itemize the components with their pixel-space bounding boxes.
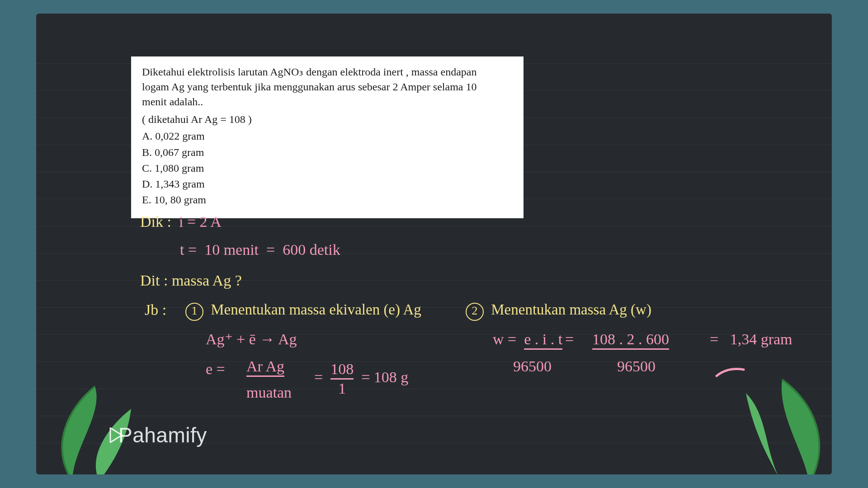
option-d: D. 1,343 gram	[142, 177, 513, 192]
question-given: ( diketahui Ar Ag = 108 )	[142, 112, 513, 127]
dik-line: Dik : i = 2 A	[140, 212, 222, 232]
w-den1: 96500	[513, 357, 552, 376]
step2-text: Menentukan massa Ag (w)	[491, 301, 651, 318]
scribble-mark	[714, 366, 746, 379]
t-label: t =	[180, 241, 197, 258]
decor-leaf-right	[737, 375, 832, 474]
step1: 1 Menentukan massa ekivalen (e) Ag	[185, 300, 421, 321]
w-label: w =	[493, 331, 516, 347]
step1-text: Menentukan massa ekivalen (e) Ag	[211, 301, 421, 318]
e-val-top: 108	[330, 361, 354, 380]
e-fraction: Ar Ag	[246, 357, 284, 376]
step1-num: 1	[185, 303, 203, 321]
e-frac-bot: muatan	[246, 383, 292, 403]
question-card: Diketahui elektrolisis larutan AgNO₃ den…	[131, 56, 524, 218]
brand-name: Pahamify	[118, 423, 207, 447]
option-c: C. 1,080 gram	[142, 161, 513, 176]
w-result-line: = 1,34 gram	[710, 330, 793, 349]
ag-reaction: Ag⁺ + ē → Ag	[206, 330, 297, 349]
w-result: 1,34 gram	[730, 331, 793, 347]
question-options: A. 0,022 gram B. 0,067 gram C. 1,080 gra…	[142, 129, 513, 207]
e-label: e =	[206, 360, 225, 379]
w-eq2: =	[710, 331, 718, 347]
step2-num: 2	[466, 303, 484, 321]
e-value: = 108 1 = 108 g	[314, 360, 408, 398]
e-frac-top: Ar Ag	[246, 358, 284, 377]
t-sec: 600 detik	[283, 241, 340, 258]
option-a: A. 0,022 gram	[142, 129, 513, 144]
w-eq1: =	[565, 330, 574, 349]
option-e: E. 10, 80 gram	[142, 192, 513, 207]
step2: 2 Menentukan massa Ag (w)	[466, 300, 651, 321]
i-expr: i = 2 A	[179, 213, 222, 230]
e-val-bot: 1	[338, 380, 346, 397]
jb-label: Jb :	[145, 300, 166, 320]
w-formula: e . i . t	[524, 331, 562, 350]
e-eq2: = 108 g	[361, 369, 408, 385]
dik-label: Dik :	[140, 213, 171, 230]
t-line: t = 10 menit = 600 detik	[180, 240, 340, 260]
w-formula-line: w = e . i . t	[493, 330, 562, 349]
w-den2: 96500	[617, 357, 656, 376]
question-prompt-line2: logam Ag yang terbentuk jika menggunakan…	[142, 80, 513, 94]
w-numtop: 108 . 2 . 600	[592, 330, 669, 349]
t-min: 10 menit	[204, 241, 259, 258]
play-icon	[104, 424, 126, 446]
option-b: B. 0,067 gram	[142, 145, 513, 160]
slide-canvas: Diketahui elektrolisis larutan AgNO₃ den…	[36, 14, 832, 474]
question-prompt-line3: menit adalah..	[142, 94, 513, 109]
dit-line: Dit : massa Ag ?	[140, 271, 242, 291]
brand-logo: Pahamify	[104, 423, 207, 447]
t-eq: =	[266, 241, 275, 258]
e-eq1: =	[314, 369, 323, 385]
question-prompt-line1: Diketahui elektrolisis larutan AgNO₃ den…	[142, 65, 513, 80]
